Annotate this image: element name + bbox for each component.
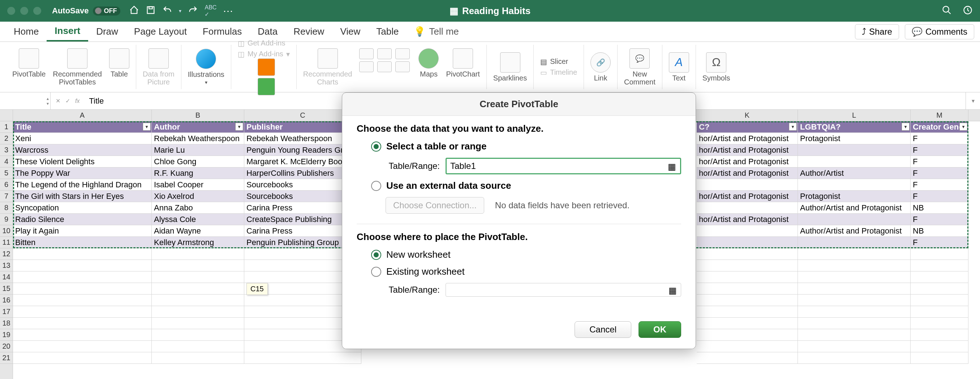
cell[interactable]: F — [911, 168, 969, 179]
cell[interactable] — [244, 352, 361, 364]
spellcheck-icon[interactable]: ABC✓ — [205, 4, 216, 18]
place-range-input[interactable]: ▦ — [445, 283, 681, 297]
autosave-toggle[interactable]: OFF — [93, 6, 120, 16]
enter-formula-icon[interactable]: ✓ — [65, 97, 70, 104]
cell[interactable] — [911, 248, 969, 260]
bar-chart-icon[interactable] — [395, 48, 410, 59]
row-header-7[interactable]: 7 — [0, 190, 13, 202]
cell[interactable]: Protagonist — [798, 133, 911, 144]
col-header-A[interactable]: A — [13, 110, 152, 121]
cell[interactable] — [13, 283, 152, 295]
tab-data[interactable]: Data — [250, 22, 285, 41]
select-table-range-radio[interactable]: Select a table or range — [357, 141, 681, 152]
illustrations-button[interactable]: Illustrations▾ — [188, 49, 224, 85]
pie-chart-icon[interactable] — [359, 61, 374, 72]
cell[interactable]: C?▾ — [697, 121, 798, 133]
cancel-formula-icon[interactable]: ✕ — [56, 97, 60, 104]
cell[interactable] — [911, 260, 969, 271]
cell[interactable] — [798, 248, 911, 260]
filter-button-B[interactable]: ▾ — [235, 123, 243, 131]
cell[interactable] — [13, 329, 152, 341]
cell[interactable] — [13, 352, 152, 364]
cell[interactable]: R.F. Kuang — [152, 168, 244, 179]
cell[interactable]: Warcross — [13, 144, 152, 156]
cell[interactable] — [798, 271, 911, 283]
cell[interactable]: hor/Artist and Protagonist — [697, 156, 798, 168]
cell[interactable] — [152, 329, 244, 341]
cell[interactable]: Bitten — [13, 237, 152, 248]
cell[interactable]: F — [911, 179, 969, 190]
filter-button-M[interactable]: ▾ — [959, 123, 967, 131]
cell[interactable] — [798, 144, 911, 156]
undo-icon[interactable] — [162, 5, 172, 17]
cell[interactable] — [697, 237, 798, 248]
close-window[interactable] — [7, 7, 15, 15]
cell[interactable]: These Violent Delights — [13, 156, 152, 168]
cell[interactable]: F — [911, 144, 969, 156]
tab-view[interactable]: View — [332, 22, 368, 41]
comments-button[interactable]: 💬 Comments — [905, 24, 974, 39]
cell[interactable] — [13, 318, 152, 329]
cell[interactable] — [13, 306, 152, 318]
row-header-17[interactable]: 17 — [0, 306, 13, 318]
use-external-source-radio[interactable]: Use an external data source — [357, 180, 681, 191]
cell[interactable]: Isabel Cooper — [152, 179, 244, 190]
cell[interactable] — [152, 248, 244, 260]
symbols-button[interactable]: ΩSymbols — [703, 52, 730, 82]
cell[interactable] — [697, 283, 798, 295]
cell[interactable]: Author/Artist — [798, 168, 911, 179]
pivottable-button[interactable]: PivotTable — [12, 48, 46, 78]
row-header-21[interactable]: 21 — [0, 352, 13, 364]
row-header-19[interactable]: 19 — [0, 329, 13, 341]
tell-me[interactable]: 💡 Tell me — [414, 26, 458, 37]
cell[interactable] — [697, 248, 798, 260]
save-icon[interactable] — [146, 5, 156, 17]
cell[interactable]: The Girl with Stars in Her Eyes — [13, 190, 152, 202]
recommended-pivottables-button[interactable]: Recommended PivotTables — [53, 48, 102, 86]
more-icon[interactable]: ⋯ — [223, 5, 233, 17]
cell[interactable]: Author/Artist and Protagonist — [798, 225, 911, 237]
text-button[interactable]: AText — [669, 52, 689, 82]
row-header-20[interactable]: 20 — [0, 341, 13, 352]
cell[interactable]: Aidan Wayne — [152, 225, 244, 237]
tab-table[interactable]: Table — [368, 22, 407, 41]
cell[interactable]: Rebekah Weatherspoon — [152, 133, 244, 144]
row-header-14[interactable]: 14 — [0, 271, 13, 283]
cell[interactable]: hor/Artist and Protagonist — [697, 144, 798, 156]
existing-worksheet-radio[interactable]: Existing worksheet — [357, 266, 681, 277]
cell[interactable] — [911, 352, 969, 364]
cell[interactable] — [697, 329, 798, 341]
cell[interactable] — [152, 318, 244, 329]
cell[interactable] — [798, 306, 911, 318]
link-button[interactable]: 🔗Link — [590, 52, 611, 82]
cell[interactable]: Xio Axelrod — [152, 190, 244, 202]
cell[interactable] — [911, 318, 969, 329]
tab-insert[interactable]: Insert — [47, 22, 88, 41]
row-header-10[interactable]: 10 — [0, 225, 13, 237]
cell[interactable] — [152, 341, 244, 352]
cell[interactable] — [697, 318, 798, 329]
redo-icon[interactable] — [188, 5, 198, 17]
row-header-6[interactable]: 6 — [0, 179, 13, 190]
cell[interactable] — [697, 202, 798, 214]
cell[interactable] — [697, 352, 798, 364]
cell[interactable]: The Legend of the Highland Dragon — [13, 179, 152, 190]
cell[interactable] — [697, 306, 798, 318]
cell[interactable] — [798, 260, 911, 271]
cell[interactable]: hor/Artist and Protagonist — [697, 168, 798, 179]
select-all-corner[interactable] — [0, 110, 13, 121]
row-header-12[interactable]: 12 — [0, 248, 13, 260]
row-header-11[interactable]: 11 — [0, 237, 13, 248]
cell[interactable]: F — [911, 237, 969, 248]
row-header-16[interactable]: 16 — [0, 295, 13, 306]
cell[interactable] — [911, 341, 969, 352]
cell[interactable]: Chloe Gong — [152, 156, 244, 168]
cell[interactable] — [13, 341, 152, 352]
row-header-4[interactable]: 4 — [0, 156, 13, 168]
cell[interactable]: F — [911, 214, 969, 225]
cell[interactable]: Play it Again — [13, 225, 152, 237]
cell[interactable] — [152, 283, 244, 295]
row-header-2[interactable]: 2 — [0, 133, 13, 144]
row-header-18[interactable]: 18 — [0, 318, 13, 329]
cell[interactable] — [798, 295, 911, 306]
